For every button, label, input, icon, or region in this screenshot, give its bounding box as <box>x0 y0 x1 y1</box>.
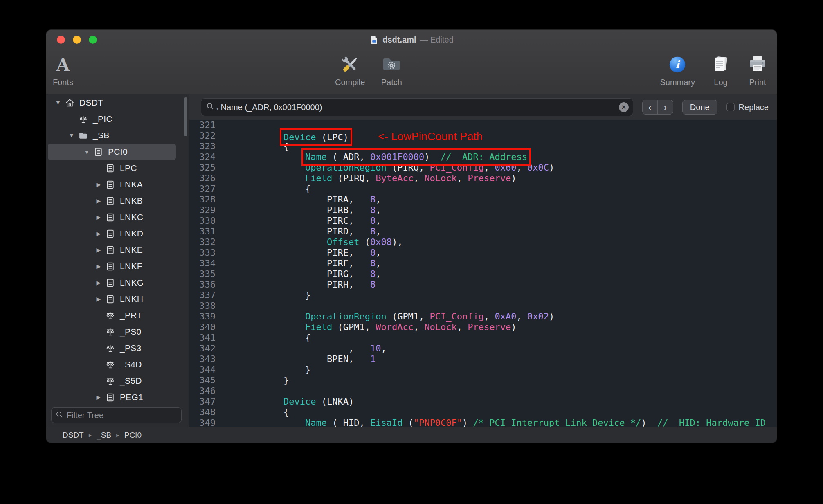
device-icon <box>104 392 116 403</box>
code-token: ), <box>392 237 403 247</box>
code-line: Name (_HID, EisaId ("PNP0C0F") /* PCI In… <box>240 418 766 427</box>
log-button[interactable]: Log <box>710 52 732 87</box>
code-token: , <box>240 343 370 353</box>
sidebar-item-peg1[interactable]: ▶PEG1 <box>46 389 189 405</box>
annotation-red-box: Name (_ADR, 0x001F0000) // _ADR: Address <box>305 152 527 162</box>
code-token: 8 <box>370 226 376 236</box>
find-field[interactable]: ▾ ✕ <box>201 98 633 116</box>
code-line: PIRH, 8 <box>240 279 766 290</box>
code-line: { <box>240 407 766 418</box>
disclosure-triangle[interactable]: ▶ <box>93 181 104 188</box>
code-token: 0x02 <box>527 311 549 322</box>
line-number: 346 <box>189 386 216 396</box>
tree-item-label: LNKG <box>120 278 144 288</box>
sidebar-item-lnkc[interactable]: ▶LNKC <box>46 209 189 225</box>
code-token: } <box>240 290 310 300</box>
replace-toggle[interactable]: Replace <box>726 103 769 112</box>
patch-button[interactable]: Patch <box>380 52 403 87</box>
sidebar-scrollbar[interactable] <box>184 97 187 136</box>
sidebar-item-_prt[interactable]: _PRT <box>46 307 189 324</box>
code-line: Device (LPC)<- LowPinCount Path <box>240 130 766 141</box>
disclosure-triangle[interactable]: ▶ <box>93 214 104 220</box>
disclosure-triangle[interactable]: ▶ <box>93 230 104 237</box>
find-input[interactable] <box>221 103 628 112</box>
code-token: } <box>240 364 310 375</box>
disclosure-triangle[interactable]: ▶ <box>93 247 104 253</box>
code-line: } <box>240 290 766 301</box>
code-editor[interactable]: 3213223233243253263273283293303313323333… <box>189 120 777 427</box>
sidebar-item-_sb[interactable]: ▼_SB <box>46 127 189 144</box>
code-token: (PIRQ, <box>387 162 430 173</box>
title-bar[interactable]: dsdt.aml — Edited <box>46 30 777 50</box>
breadcrumb-item[interactable]: PCI0 <box>124 431 142 440</box>
disclosure-triangle[interactable]: ▶ <box>93 279 104 286</box>
code-token <box>240 418 305 427</box>
code-token: , <box>484 311 495 322</box>
print-label: Print <box>749 78 766 87</box>
code-token: 8 <box>370 279 376 290</box>
sidebar-item-_s5d[interactable]: _S5D <box>46 373 189 389</box>
sidebar-item-_ps3[interactable]: _PS3 <box>46 340 189 356</box>
disclosure-triangle[interactable]: ▼ <box>52 99 64 106</box>
disclosure-triangle[interactable]: ▶ <box>93 394 104 400</box>
find-next-button[interactable]: › <box>658 100 673 114</box>
replace-checkbox[interactable] <box>726 103 735 111</box>
sidebar-item-dsdt[interactable]: ▼DSDT <box>46 94 189 111</box>
device-icon <box>104 196 116 206</box>
code-token: (GPM1, <box>332 322 376 332</box>
done-button[interactable]: Done <box>682 100 717 115</box>
filter-tree-field[interactable] <box>51 407 182 423</box>
disclosure-triangle[interactable]: ▼ <box>66 132 77 139</box>
sidebar-item-lnke[interactable]: ▶LNKE <box>46 242 189 258</box>
disclosure-triangle[interactable]: ▼ <box>81 148 92 155</box>
folder-icon <box>77 130 89 141</box>
compile-button[interactable]: Compile <box>335 52 365 87</box>
summary-icon: i <box>668 52 687 77</box>
breadcrumb-item[interactable]: _SB <box>97 431 111 440</box>
code-line: } <box>240 375 766 386</box>
find-previous-button[interactable]: ‹ <box>643 100 658 114</box>
print-button[interactable]: Print <box>747 52 769 87</box>
find-prev-next-control: ‹ › <box>642 100 673 115</box>
sidebar-item-pci0[interactable]: ▼PCI0 <box>48 144 176 160</box>
sidebar-item-lnkf[interactable]: ▶LNKF <box>46 258 189 274</box>
document-name: dsdt.aml <box>382 35 416 45</box>
disclosure-triangle[interactable]: ▶ <box>93 263 104 270</box>
clear-search-button[interactable]: ✕ <box>619 102 629 112</box>
maciasl-window: dsdt.aml — Edited A Fonts <box>46 30 777 443</box>
line-number: 324 <box>189 152 216 162</box>
sidebar-item-lnkd[interactable]: ▶LNKD <box>46 225 189 242</box>
sidebar-item-lnkg[interactable]: ▶LNKG <box>46 274 189 291</box>
sidebar-item-lnkb[interactable]: ▶LNKB <box>46 193 189 209</box>
code-token: PCI_Config <box>430 162 484 173</box>
code-token: (_HID, <box>327 418 370 427</box>
tree-item-label: _PRT <box>120 310 142 320</box>
code-token: ( <box>403 418 414 427</box>
sidebar-item-lpc[interactable]: LPC <box>46 160 189 176</box>
line-number: 326 <box>189 173 216 184</box>
device-icon <box>104 278 116 288</box>
sidebar-item-_pic[interactable]: _PIC <box>46 111 189 127</box>
print-icon <box>747 52 769 77</box>
disclosure-triangle[interactable]: ▶ <box>93 198 104 204</box>
code-token: PIRF, <box>240 258 370 268</box>
sidebar-item-_ps0[interactable]: _PS0 <box>46 324 189 340</box>
code-token: { <box>240 184 310 194</box>
line-number: 338 <box>189 301 216 311</box>
sidebar-item-lnka[interactable]: ▶LNKA <box>46 176 189 193</box>
code-token: , <box>376 248 381 258</box>
sidebar-item-_s4d[interactable]: _S4D <box>46 356 189 373</box>
filter-tree-input[interactable] <box>67 411 177 420</box>
code-line: PIRF, 8, <box>240 258 766 269</box>
search-scope-chevron-icon[interactable]: ▾ <box>216 106 219 111</box>
disclosure-triangle[interactable]: ▶ <box>93 296 104 302</box>
summary-button[interactable]: i Summary <box>660 52 695 87</box>
code-token: BPEN, <box>240 354 370 364</box>
breadcrumb-item[interactable]: DSDT <box>63 431 84 440</box>
fonts-button[interactable]: A Fonts <box>53 52 73 87</box>
code-token: "PNP0C0F" <box>414 418 462 427</box>
sidebar-item-lnkh[interactable]: ▶LNKH <box>46 291 189 307</box>
code-token: 8 <box>370 248 376 258</box>
code-line <box>240 120 766 130</box>
code-token: PIRB, <box>240 205 370 215</box>
